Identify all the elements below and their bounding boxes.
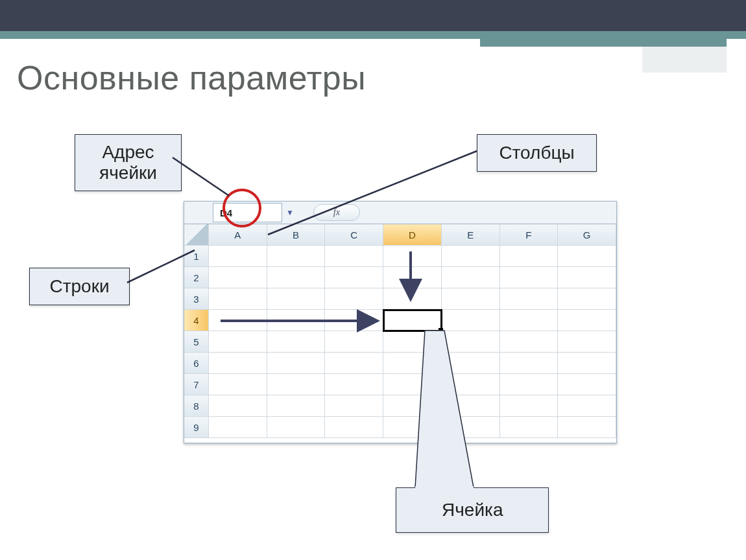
cell[interactable] (209, 395, 267, 417)
cell[interactable] (325, 246, 383, 267)
cell[interactable] (500, 395, 559, 417)
cell[interactable] (442, 246, 500, 267)
cell[interactable] (383, 395, 442, 417)
callout-columns: Столбцы (477, 134, 597, 172)
callout-cell-address: Адрес ячейки (75, 134, 182, 191)
cell[interactable] (442, 331, 500, 353)
cell[interactable] (442, 353, 500, 374)
cell[interactable] (209, 288, 267, 310)
accent-strip-1 (480, 39, 727, 47)
cell[interactable] (442, 417, 500, 438)
cell[interactable] (267, 331, 326, 353)
cell[interactable] (500, 331, 559, 353)
cell[interactable] (500, 374, 559, 395)
cell[interactable] (500, 267, 559, 288)
cell[interactable] (209, 417, 267, 438)
cell[interactable] (325, 288, 383, 310)
cell[interactable] (383, 331, 442, 353)
cell[interactable] (500, 288, 559, 310)
name-box-dropdown-icon[interactable]: ▼ (286, 208, 294, 217)
row-header[interactable]: 7 (184, 374, 209, 395)
callout-cell: Ячейка (396, 487, 549, 533)
column-header[interactable]: D (383, 224, 442, 246)
row-header[interactable]: 9 (184, 417, 209, 438)
cell[interactable] (383, 246, 442, 267)
cell[interactable] (558, 288, 616, 310)
callout-rows: Строки (29, 268, 130, 305)
name-box[interactable]: D4 (213, 203, 282, 222)
cell[interactable] (442, 288, 500, 310)
cell[interactable] (442, 395, 500, 417)
cell[interactable] (383, 353, 442, 374)
row-header[interactable]: 4 (184, 310, 209, 331)
sheet-grid[interactable]: ABCDEFG123456789 (184, 224, 616, 438)
row-header[interactable]: 2 (184, 267, 209, 288)
cell[interactable] (209, 374, 267, 395)
cell[interactable] (558, 395, 616, 417)
cell[interactable] (325, 331, 383, 353)
cell[interactable] (558, 353, 616, 374)
cell[interactable] (383, 267, 442, 288)
cell[interactable] (325, 310, 383, 331)
row-header[interactable]: 3 (184, 288, 209, 310)
cell[interactable] (267, 288, 326, 310)
cell[interactable] (442, 267, 500, 288)
cell[interactable] (267, 267, 326, 288)
cell[interactable] (209, 267, 267, 288)
cell[interactable] (558, 417, 616, 438)
cell[interactable] (267, 353, 326, 374)
cell[interactable] (558, 246, 616, 267)
cell[interactable] (209, 246, 267, 267)
cell[interactable] (500, 246, 559, 267)
cell[interactable] (209, 331, 267, 353)
fx-label: fx (333, 207, 340, 218)
cell[interactable] (558, 310, 616, 331)
cell[interactable] (500, 417, 559, 438)
column-header[interactable]: C (325, 224, 383, 246)
top-teal-band (0, 31, 746, 39)
column-header[interactable]: A (209, 224, 267, 246)
column-header[interactable]: B (267, 224, 326, 246)
row-header[interactable]: 8 (184, 395, 209, 417)
cell[interactable] (558, 374, 616, 395)
spreadsheet: D4 ▼ fx ABCDEFG123456789 (184, 201, 617, 443)
top-dark-band (0, 0, 746, 31)
cell[interactable] (442, 374, 500, 395)
fx-button[interactable]: fx (313, 204, 360, 221)
cell[interactable] (267, 395, 326, 417)
active-cell[interactable] (383, 310, 442, 331)
cell[interactable] (325, 417, 383, 438)
cell[interactable] (325, 267, 383, 288)
row-header[interactable]: 1 (184, 246, 209, 267)
cell[interactable] (500, 310, 559, 331)
accent-strip-2 (642, 47, 727, 73)
row-header[interactable]: 6 (184, 353, 209, 374)
select-all-corner[interactable] (184, 224, 209, 246)
formula-bar: D4 ▼ fx (184, 202, 616, 224)
cell[interactable] (267, 374, 326, 395)
cell[interactable] (383, 374, 442, 395)
name-box-value: D4 (220, 207, 232, 218)
cell[interactable] (558, 267, 616, 288)
cell[interactable] (383, 288, 442, 310)
cell[interactable] (558, 331, 616, 353)
cell[interactable] (209, 353, 267, 374)
slide-title: Основные параметры (17, 58, 366, 97)
column-header[interactable]: G (558, 224, 616, 246)
column-header[interactable]: F (500, 224, 559, 246)
column-header[interactable]: E (442, 224, 500, 246)
cell[interactable] (383, 417, 442, 438)
cell[interactable] (209, 310, 267, 331)
cell[interactable] (267, 417, 326, 438)
cell[interactable] (442, 310, 500, 331)
cell[interactable] (325, 353, 383, 374)
cell[interactable] (500, 353, 559, 374)
cell[interactable] (267, 246, 326, 267)
cell[interactable] (267, 310, 326, 331)
cell[interactable] (325, 374, 383, 395)
cell[interactable] (325, 395, 383, 417)
row-header[interactable]: 5 (184, 331, 209, 353)
